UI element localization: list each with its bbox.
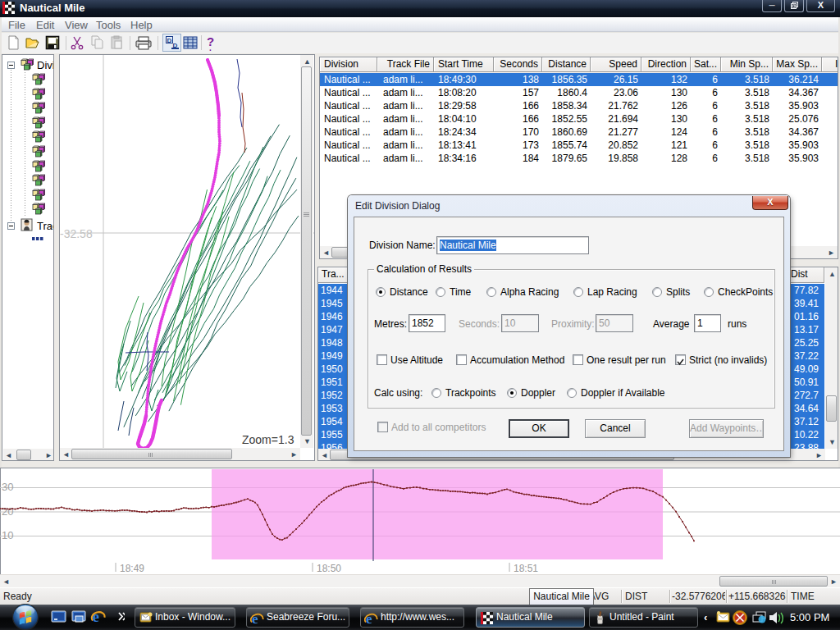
svg-text:20: 20: [2, 505, 13, 518]
svg-text:e: e: [366, 611, 372, 626]
svg-text:30: 30: [2, 481, 13, 493]
svg-text:e: e: [252, 611, 258, 626]
svg-text:18:50: 18:50: [317, 563, 341, 574]
svg-text:18:49: 18:49: [120, 563, 144, 574]
svg-text:10: 10: [2, 529, 13, 541]
svg-text:e: e: [93, 609, 99, 625]
svg-text:18:51: 18:51: [514, 563, 538, 574]
